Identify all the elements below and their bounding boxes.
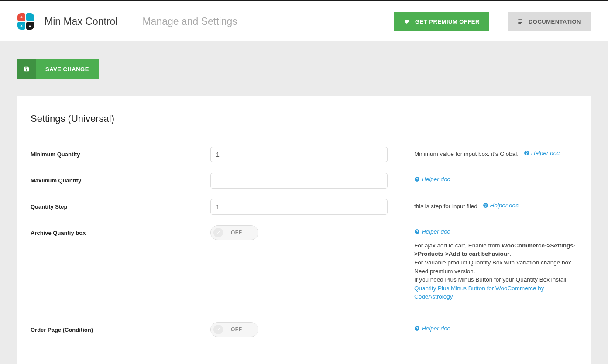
help-min-qty: Minimum value for input box. it's Global… [414,144,577,161]
qty-step-label: Quantity Step [31,199,210,210]
help-icon [414,176,420,182]
order-page-label: Order Page (Condition) [31,322,210,333]
row-qty-step: Quantity Step [31,199,388,216]
help-icon [414,229,420,234]
helper-doc-link[interactable]: Helper doc [483,201,519,210]
help-text: Minimum value for input box. it's Global… [414,151,519,157]
help-desc: For ajax add to cart, Enable from WooCom… [414,241,577,301]
help-qty-step: this is step for input filed Helper doc [414,197,577,213]
top-bar: +−×= Min Max Control Manage and Settings… [0,0,608,41]
helper-doc-link[interactable]: Helper doc [524,149,560,158]
archive-box-toggle[interactable]: OFF [210,225,258,240]
help-sidebar: Minimum value for input box. it's Global… [401,96,591,364]
helper-doc-link[interactable]: Helper doc [414,227,450,236]
app-title: Min Max Control [45,16,117,27]
max-qty-label: Maximum Quantity [31,173,210,184]
order-page-toggle[interactable]: OFF [210,322,258,337]
heart-icon [404,18,410,24]
help-icon [524,150,529,156]
max-qty-input[interactable] [210,173,388,189]
archive-box-label: Archive Quantiy box [31,225,210,236]
help-icon [414,326,420,331]
check-icon [213,325,223,334]
min-qty-input[interactable] [210,147,388,162]
help-max-qty: Helper doc [414,171,577,187]
document-icon [517,18,523,24]
settings-form: Settings (Universal) Minimum Quantity Ma… [17,96,401,364]
settings-panel: Settings (Universal) Minimum Quantity Ma… [17,96,591,364]
get-premium-button[interactable]: GET PREMIUM OFFER [394,12,489,31]
toggle-state: OFF [231,326,242,333]
min-qty-label: Minimum Quantity [31,147,210,158]
help-icon [483,203,488,208]
section-title: Settings (Universal) [31,113,388,124]
help-text: this is step for input filed [414,203,477,209]
save-icon [17,59,36,79]
qty-step-input[interactable] [210,199,388,215]
helper-doc-link[interactable]: Helper doc [414,324,450,333]
page-title: Manage and Settings [142,16,237,27]
save-button[interactable]: SAVE CHANGE [17,59,99,79]
helper-doc-link[interactable]: Helper doc [414,175,450,184]
divider [31,137,388,137]
row-archive-box: Archive Quantiy box OFF [31,225,388,312]
main-container: SAVE CHANGE Settings (Universal) Minimum… [0,41,608,364]
save-label: SAVE CHANGE [36,66,99,72]
help-archive-box: Helper doc For ajax add to cart, Enable … [414,223,577,310]
premium-label: GET PREMIUM OFFER [415,18,480,25]
doc-label: DOCUMENTATION [529,18,581,25]
check-icon [213,228,223,237]
toggle-state: OFF [231,230,242,236]
row-max-qty: Maximum Quantity [31,173,388,189]
row-order-page: Order Page (Condition) OFF [31,322,388,339]
row-min-qty: Minimum Quantity [31,147,388,163]
help-order-page: Helper doc [414,320,577,337]
app-logo: +−×= [17,13,34,30]
documentation-button[interactable]: DOCUMENTATION [508,12,591,31]
divider [130,15,130,28]
plus-minus-plugin-link[interactable]: Quantity Plus Minus Button for WooCommer… [414,285,544,300]
